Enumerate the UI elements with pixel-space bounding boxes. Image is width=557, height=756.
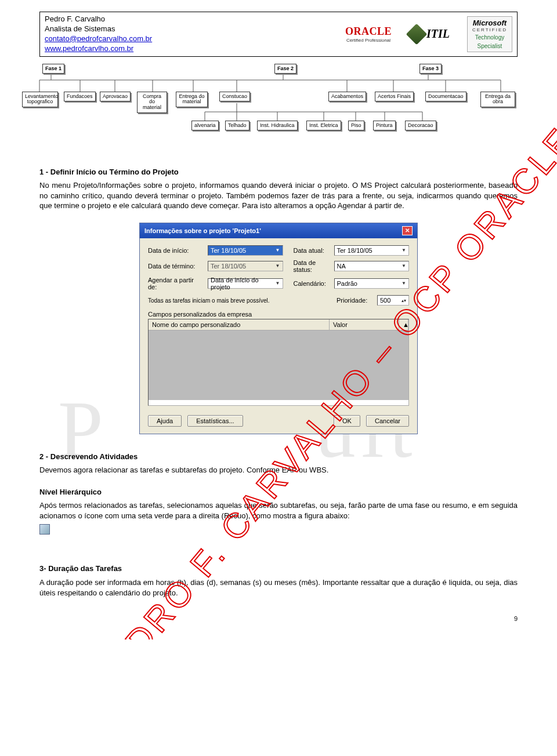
col-nome: Nome do campo personalizado (149, 319, 330, 330)
wbs-chart: Fase 1 Fase 2 Fase 3 Levantamento topogr… (22, 63, 500, 150)
header-role: Analista de Sistemas (45, 24, 328, 34)
section-3-text: Após termos relacionados as tarefas, sel… (39, 500, 518, 521)
section-2-title: 2 - Descrevendo Atividades (39, 452, 138, 461)
section-2-text: Devemos agora relacionar as tarefas e su… (39, 465, 518, 475)
custom-fields-table: Nome do campo personalizado Valor ▲ (148, 319, 409, 406)
node-fase2: Fase 2 (274, 64, 296, 74)
dialog-title: Informações sobre o projeto 'Projeto1' (144, 227, 261, 234)
col-valor: Valor (330, 319, 399, 330)
field-prioridade[interactable]: 500▴▾ (377, 295, 409, 306)
lbl-prioridade: Prioridade: (337, 297, 372, 304)
field-data-status[interactable]: NA▼ (334, 261, 410, 271)
node-entregaobra: Entrega da obra (480, 92, 515, 108)
section-1: 1 - Definir Início ou Término do Projeto… (39, 167, 518, 211)
field-data-inicio[interactable]: Ter 18/10/05▼ (208, 245, 283, 256)
lbl-data-atual: Data atual: (294, 247, 330, 254)
oracle-logo: ORACLE Certified Professional (345, 26, 392, 43)
node-hidraulica: Inst. Hidraulica (257, 121, 298, 131)
ok-button[interactable]: OK (334, 415, 360, 427)
field-calendario[interactable]: Padrão▼ (334, 278, 410, 289)
node-constucao: Constucao (219, 92, 250, 102)
lbl-campos: Campos personalizados da empresa (148, 311, 409, 318)
page-number: 9 (39, 615, 518, 622)
node-fase1: Fase 1 (42, 64, 64, 74)
node-levantamento: Levantamento topografico (22, 92, 58, 108)
section-4-title: 3- Duração das Tarefas (39, 564, 122, 573)
node-documentacao: Documentacao (425, 92, 466, 102)
node-entrega: Entrega do material (176, 92, 208, 108)
node-fundacoes: Fundacoes (64, 92, 96, 102)
field-data-atual[interactable]: Ter 18/10/05▼ (334, 245, 410, 256)
node-compra: Compra do material (137, 92, 167, 114)
section-3: Nível Hierárquico Após termos relacionad… (39, 487, 518, 535)
section-1-text: No menu Projeto/Informações sobre o proj… (39, 180, 518, 211)
section-1-title: 1 - Definir Início ou Término do Projeto (39, 168, 179, 176)
field-data-termino: Ter 18/10/05▼ (208, 261, 283, 271)
ajuda-button[interactable]: Ajuda (148, 415, 182, 427)
node-acabamentos: Acabamentos (328, 92, 366, 102)
node-eletrica: Inst. Eletrica (306, 121, 341, 131)
lbl-data-inicio: Data de início: (148, 247, 203, 254)
section-3-title: Nível Hierárquico (39, 488, 102, 496)
page-header: Pedro F. Carvalho Analista de Sistemas c… (39, 12, 518, 57)
section-4-text: A duração pode ser informada em horas (h… (39, 577, 518, 598)
node-acertos: Acertos Finais (375, 92, 414, 102)
node-telhado: Telhado (225, 121, 249, 131)
scrollbar-up-icon[interactable]: ▲ (399, 319, 408, 330)
microsoft-logo: Microsoft CERTIFIED Technology Specialis… (467, 16, 512, 52)
field-agendar[interactable]: Data de início do projeto▼ (208, 278, 283, 289)
node-pintura: Pintura (373, 121, 396, 131)
node-fase3: Fase 3 (419, 64, 442, 74)
lbl-calendario: Calendário: (294, 280, 330, 287)
lbl-agendar: Agendar a partir de: (148, 277, 203, 290)
close-icon[interactable]: ✕ (402, 226, 413, 235)
node-aprovacao: Aprovacao (100, 92, 131, 102)
lbl-data-status: Data de status: (294, 259, 330, 273)
estatisticas-button[interactable]: Estatísticas... (187, 415, 243, 427)
header-email[interactable]: contato@pedrofcarvalho.com.br (45, 34, 152, 43)
section-2: 2 - Descrevendo Atividades Devemos agora… (39, 452, 518, 475)
indent-right-icon (39, 524, 50, 535)
lbl-data-termino: Data de término: (148, 263, 203, 270)
itil-logo: ITIL (409, 27, 450, 42)
node-alvenaria: alvenaria (191, 121, 219, 131)
cancelar-button[interactable]: Cancelar (366, 415, 409, 427)
section-4: 3- Duração das Tarefas A duração pode se… (39, 564, 518, 598)
header-name: Pedro F. Carvalho (45, 14, 328, 24)
header-site[interactable]: www.pedrofcarvlho.com.br (45, 44, 133, 53)
project-info-dialog: Informações sobre o projeto 'Projeto1' ✕… (139, 223, 418, 434)
node-decoracao: Decoracao (405, 121, 436, 131)
hint-text: Todas as tarefas iniciam o mais breve po… (148, 294, 326, 307)
node-piso: Piso (348, 121, 364, 131)
